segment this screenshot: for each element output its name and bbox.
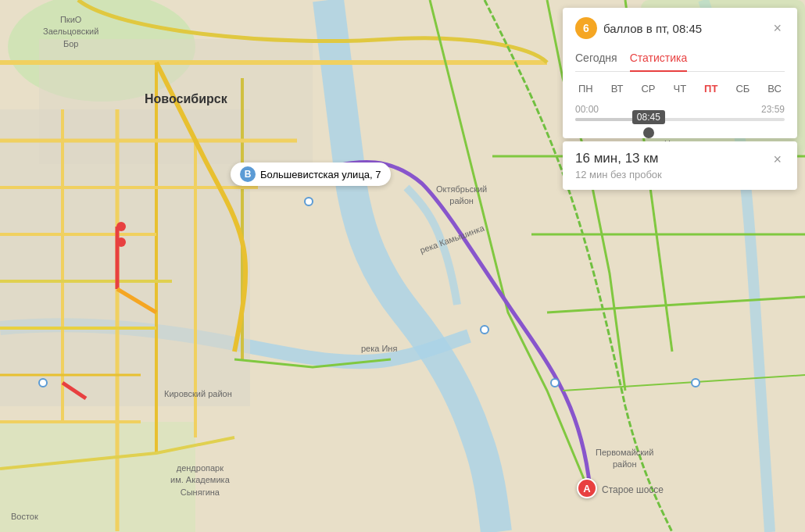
bubble-waypoint-b: В bbox=[240, 166, 256, 182]
svg-point-7 bbox=[305, 198, 313, 205]
day-sun[interactable]: ВС bbox=[764, 81, 785, 96]
svg-point-6 bbox=[39, 379, 47, 387]
score-badge: 6 bbox=[575, 17, 597, 39]
days-row: ПН ВТ СР ЧТ ПТ СБ ВС bbox=[575, 81, 785, 96]
waypoint-a: А bbox=[577, 478, 597, 498]
time-slider-container: 00:00 23:59 08:45 bbox=[575, 104, 785, 121]
tab-statistics[interactable]: Статистика bbox=[630, 47, 688, 72]
svg-point-12 bbox=[116, 237, 126, 247]
slider-track[interactable]: 08:45 bbox=[575, 118, 785, 121]
route-main: 16 мин, 13 км bbox=[575, 151, 662, 166]
svg-point-11 bbox=[116, 222, 126, 231]
time-labels: 00:00 23:59 bbox=[575, 104, 785, 115]
day-mon[interactable]: ПН bbox=[575, 81, 596, 96]
slider-time-bubble: 08:45 bbox=[632, 110, 665, 124]
traffic-close-button[interactable]: × bbox=[770, 20, 785, 37]
panel-container: 6 баллов в пт, 08:45 × Сегодня Статистик… bbox=[555, 0, 805, 198]
route-sub: 12 мин без пробок bbox=[575, 169, 662, 180]
svg-point-8 bbox=[481, 326, 488, 334]
route-close-button[interactable]: × bbox=[770, 151, 785, 168]
day-fri[interactable]: ПТ bbox=[701, 81, 721, 96]
tabs: Сегодня Статистика bbox=[575, 47, 785, 72]
day-thu[interactable]: ЧТ bbox=[671, 81, 690, 96]
svg-rect-3 bbox=[0, 422, 195, 532]
route-info: 16 мин, 13 км 12 мин без пробок bbox=[575, 151, 662, 180]
svg-point-10 bbox=[692, 379, 699, 387]
day-wed[interactable]: СР bbox=[638, 81, 658, 96]
map-container: ПкиОЗаельцовскийБор Новосибирск Октябрьс… bbox=[0, 0, 805, 532]
address-bubble[interactable]: В Большевистская улица, 7 bbox=[231, 162, 391, 186]
traffic-header: 6 баллов в пт, 08:45 × bbox=[575, 17, 785, 39]
slider-thumb-container: 08:45 bbox=[632, 110, 665, 138]
bubble-address: Большевистская улица, 7 bbox=[260, 169, 381, 180]
day-sat[interactable]: СБ bbox=[732, 81, 753, 96]
day-tue[interactable]: ВТ bbox=[608, 81, 627, 96]
traffic-score: 6 баллов в пт, 08:45 bbox=[575, 17, 702, 39]
slider-thumb[interactable] bbox=[643, 127, 654, 138]
svg-point-9 bbox=[551, 379, 559, 387]
route-panel: 16 мин, 13 км 12 мин без пробок × bbox=[563, 141, 797, 190]
traffic-panel: 6 баллов в пт, 08:45 × Сегодня Статистик… bbox=[563, 8, 797, 138]
tab-today[interactable]: Сегодня bbox=[575, 47, 617, 72]
score-text: баллов в пт, 08:45 bbox=[603, 22, 702, 35]
time-start-label: 00:00 bbox=[575, 104, 599, 115]
time-end-label: 23:59 bbox=[761, 104, 785, 115]
